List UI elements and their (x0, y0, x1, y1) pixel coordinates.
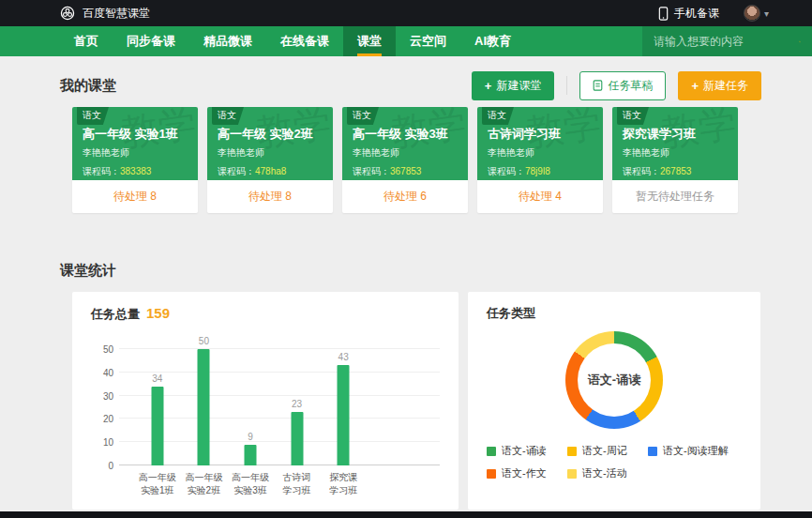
class-card[interactable]: 教学语文探究课学习班李艳艳老师课程码：267853暂无待处理任务 (612, 107, 738, 213)
donut-legend: 语文-诵读语文-周记语文-阅读理解语文-作文语文-活动 (487, 444, 745, 480)
legend-swatch (648, 447, 657, 456)
bar-column: 50 (181, 327, 228, 465)
bar-column: 23 (274, 327, 321, 465)
task-type-panel: 任务类型 语文-诵读 语文-诵读语文-周记语文-阅读理解语文-作文语文-活动 (468, 292, 760, 510)
teacher-name: 李艳艳老师 (218, 146, 323, 160)
legend-swatch (487, 469, 496, 479)
pending-tasks-footer[interactable]: 待处理 8 (72, 180, 198, 213)
nav-item-首页[interactable]: 首页 (60, 26, 113, 56)
class-card[interactable]: 教学语文高一年级 实验3班李艳艳老师课程码：367853待处理 6 (342, 107, 468, 213)
bar-column: 9 (227, 327, 274, 465)
mobile-prep-link[interactable]: 手机备课 (658, 6, 719, 22)
course-code-label: 课程码： (623, 166, 660, 176)
search-icon[interactable] (799, 34, 801, 50)
x-axis-label: 高一年级实验1班 (134, 471, 181, 496)
stats-panels: 任务总量 159 01020304050345092343 高一年级实验1班高一… (72, 292, 761, 510)
legend-swatch (487, 447, 496, 456)
subject-badge: 语文 (347, 107, 379, 125)
stats-title: 课堂统计 (60, 262, 116, 280)
bar-columns: 345092343 (134, 327, 367, 465)
legend-swatch (567, 447, 577, 456)
course-code: 课程码：478ha8 (218, 165, 323, 178)
pending-tasks-footer[interactable]: 待处理 6 (342, 180, 468, 213)
course-code-value: 267853 (660, 166, 691, 176)
bar-1[interactable] (198, 349, 210, 465)
pending-tasks-footer[interactable]: 暂无待处理任务 (612, 180, 738, 213)
new-task-button[interactable]: + 新建任务 (678, 71, 761, 100)
bar-value-label: 34 (134, 373, 181, 384)
baidu-classroom-logo-icon (60, 6, 75, 21)
donut-center-label: 语文-诵读 (588, 372, 640, 388)
header-actions: + 新建课堂 任务草稿 + 新建任务 (472, 71, 761, 100)
task-total-panel: 任务总量 159 01020304050345092343 高一年级实验1班高一… (72, 292, 459, 510)
bar-2[interactable] (244, 445, 256, 465)
search-box (642, 26, 812, 56)
class-card-top: 教学语文高一年级 实验2班李艳艳老师课程码：478ha8 (207, 107, 333, 180)
y-tick-0: 0 (91, 461, 113, 471)
chevron-down-icon[interactable]: ▾ (764, 8, 769, 19)
pending-tasks-footer[interactable]: 待处理 8 (207, 180, 333, 213)
class-name: 高一年级 实验2班 (218, 126, 323, 143)
plus-icon: + (485, 79, 492, 93)
bar-value-label: 23 (274, 399, 321, 409)
class-card-top: 教学语文探究课学习班李艳艳老师课程码：267853 (612, 107, 738, 180)
search-input[interactable] (654, 35, 799, 48)
main-content: 我的课堂 + 新建课堂 任务草稿 + 新建任务 教学语文高一年级 实验1班李艳艳… (0, 71, 812, 510)
main-nav: 首页同步备课精品微课在线备课课堂云空间AI教育 (0, 26, 812, 56)
new-class-button[interactable]: + 新建课堂 (472, 71, 555, 100)
course-code-label: 课程码： (218, 166, 255, 176)
class-name: 探究课学习班 (623, 126, 729, 143)
legend-label: 语文-阅读理解 (663, 444, 729, 458)
task-total-title-row: 任务总量 159 (91, 305, 440, 323)
y-tick-40: 40 (91, 367, 113, 377)
bar-3[interactable] (291, 412, 303, 465)
class-card[interactable]: 教学语文高一年级 实验1班李艳艳老师课程码：383383待处理 8 (72, 107, 198, 213)
class-card[interactable]: 教学语文古诗词学习班李艳艳老师课程码：78j9l8待处理 4 (477, 107, 603, 213)
legend-item: 语文-作文 (487, 466, 567, 480)
stats-header: 课堂统计 (60, 256, 761, 284)
course-code: 课程码：78j9l8 (488, 165, 594, 178)
nav-item-云空间[interactable]: 云空间 (396, 26, 460, 56)
phone-icon (658, 7, 669, 21)
class-card-top: 教学语文古诗词学习班李艳艳老师课程码：78j9l8 (477, 107, 603, 180)
legend-item: 语文-活动 (567, 466, 648, 480)
legend-swatch (567, 469, 577, 479)
course-code: 课程码：267853 (623, 165, 729, 178)
teacher-name: 李艳艳老师 (623, 146, 729, 160)
nav-item-同步备课[interactable]: 同步备课 (113, 26, 189, 56)
x-axis-label: 古诗词学习班 (274, 471, 321, 496)
nav-item-课堂[interactable]: 课堂 (343, 26, 396, 56)
bar-0[interactable] (151, 387, 163, 465)
donut-chart: 语文-诵读 (565, 331, 663, 429)
subject-badge: 语文 (212, 107, 244, 125)
class-card[interactable]: 教学语文高一年级 实验2班李艳艳老师课程码：478ha8待处理 8 (207, 107, 333, 213)
task-total-label: 任务总量 (91, 306, 140, 323)
nav-item-AI教育[interactable]: AI教育 (460, 26, 525, 56)
y-tick-10: 10 (91, 437, 113, 448)
nav-item-精品微课[interactable]: 精品微课 (189, 26, 266, 56)
new-task-button-label: 新建任务 (703, 78, 748, 94)
subject-badge: 语文 (482, 107, 514, 125)
y-tick-30: 30 (91, 390, 113, 401)
course-code-label: 课程码： (353, 166, 390, 176)
class-name: 高一年级 实验1班 (83, 126, 188, 143)
class-cards-row: 教学语文高一年级 实验1班李艳艳老师课程码：383383待处理 8教学语文高一年… (72, 107, 761, 213)
course-code-label: 课程码： (488, 166, 525, 176)
pending-tasks-footer[interactable]: 待处理 4 (477, 180, 603, 213)
x-axis-label: 高一年级实验2班 (181, 471, 228, 496)
bar-value-label: 9 (227, 432, 274, 442)
nav-item-在线备课[interactable]: 在线备课 (266, 26, 343, 56)
task-total-value: 159 (146, 305, 170, 321)
course-code-value: 478ha8 (255, 166, 286, 176)
user-avatar[interactable] (744, 5, 760, 22)
course-code: 课程码：383383 (83, 165, 188, 178)
x-axis-label: 高一年级实验3班 (227, 471, 274, 496)
legend-label: 语文-活动 (582, 466, 627, 480)
bar-4[interactable] (338, 365, 350, 465)
task-drafts-button[interactable]: 任务草稿 (579, 71, 666, 100)
class-name: 高一年级 实验3班 (353, 126, 459, 143)
top-app-bar: 百度智慧课堂 手机备课 ▾ (0, 0, 812, 26)
y-tick-20: 20 (91, 414, 113, 424)
course-code-value: 383383 (120, 166, 151, 176)
x-axis-label: 探究课学习班 (320, 471, 367, 496)
